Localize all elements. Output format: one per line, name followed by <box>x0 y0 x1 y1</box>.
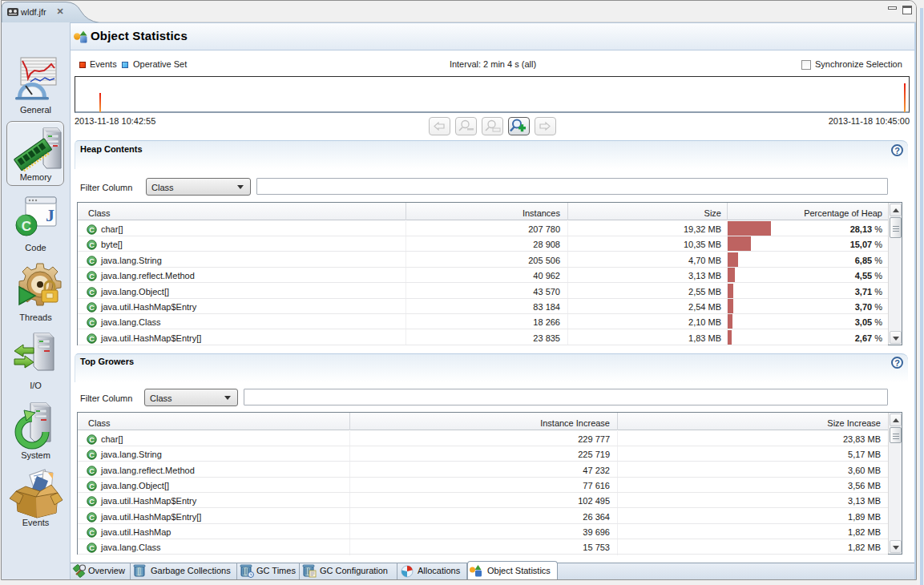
svg-text:C: C <box>89 304 95 312</box>
svg-text:C: C <box>89 256 95 264</box>
svg-text:C: C <box>89 226 95 234</box>
svg-text:C: C <box>89 466 95 474</box>
svg-text:C: C <box>89 334 95 342</box>
svg-text:C: C <box>89 241 95 249</box>
svg-text:C: C <box>89 451 95 459</box>
svg-text:C: C <box>89 319 95 327</box>
svg-text:C: C <box>89 272 95 280</box>
svg-text:C: C <box>89 528 95 536</box>
svg-text:J: J <box>46 205 54 225</box>
svg-text:C: C <box>22 219 31 234</box>
svg-text:C: C <box>89 482 95 490</box>
svg-text:C: C <box>89 288 95 296</box>
svg-text:C: C <box>89 544 95 552</box>
svg-text:C: C <box>89 498 95 506</box>
svg-text:C: C <box>89 436 95 444</box>
svg-text:C: C <box>89 513 95 521</box>
